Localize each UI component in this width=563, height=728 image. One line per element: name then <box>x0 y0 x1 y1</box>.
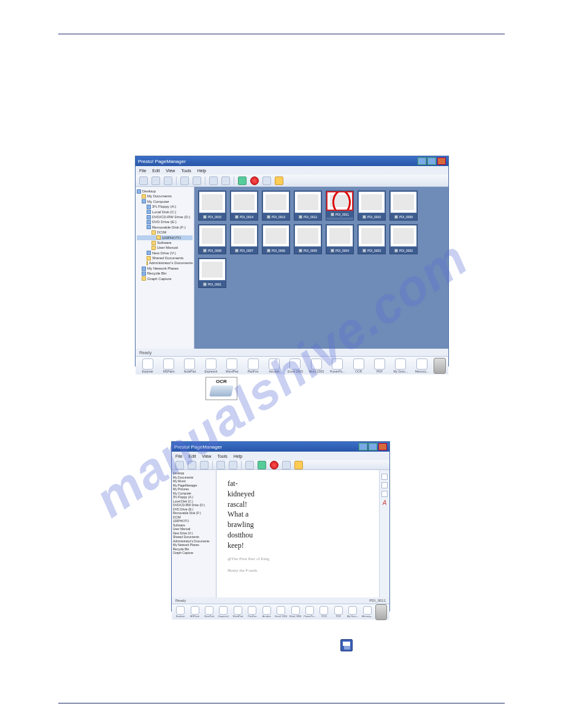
tree-node[interactable]: User Manual <box>137 245 193 250</box>
zoom-out-icon[interactable] <box>229 461 237 469</box>
thumbnail[interactable]: PDI_0010 <box>358 191 386 221</box>
app-button[interactable]: Explorer <box>174 606 186 618</box>
app-button[interactable]: NotePad <box>180 358 199 373</box>
close-button[interactable] <box>437 157 446 165</box>
rotate-icon[interactable] <box>245 461 254 469</box>
minimize-button[interactable] <box>418 157 426 165</box>
menu-tools[interactable]: Tools <box>217 454 227 458</box>
app-button[interactable]: PDF <box>370 358 389 373</box>
tree-node[interactable]: Graph Capture <box>173 551 215 555</box>
thumbnail[interactable]: PDI_0012 <box>294 191 322 221</box>
tree-node[interactable]: Removable Disk (F:) <box>137 225 193 230</box>
app-button[interactable]: MSPaint <box>159 358 178 373</box>
tree-node[interactable]: DVD/CD-RW Drive (D:) <box>137 214 193 219</box>
app-button[interactable]: Word 2003 <box>307 358 326 373</box>
minimize-button[interactable] <box>359 443 367 450</box>
app-button[interactable]: PDF <box>332 606 345 618</box>
acquire-icon[interactable] <box>164 176 172 185</box>
thumbnail[interactable]: PDI_0013 <box>262 191 290 221</box>
menu-help[interactable]: Help <box>234 454 242 458</box>
flip-icon[interactable] <box>221 176 230 185</box>
scan-icon[interactable] <box>188 461 196 469</box>
record-icon[interactable] <box>270 461 278 469</box>
scan-icon[interactable] <box>151 176 160 185</box>
trash-icon[interactable] <box>375 604 387 620</box>
zoom-out-icon[interactable] <box>193 176 201 185</box>
zoom-in-icon[interactable] <box>180 176 189 185</box>
trash-icon[interactable] <box>434 358 446 374</box>
thumbnail[interactable]: PDI_0004 <box>326 224 354 254</box>
app-button[interactable]: My Docu... <box>391 358 410 373</box>
app-button[interactable]: My Docu... <box>347 606 359 618</box>
tree-node[interactable]: 3½ Floppy (A:) <box>137 204 193 209</box>
print-icon[interactable] <box>282 461 291 469</box>
app-button[interactable]: Word 2003 <box>289 606 301 618</box>
app-button[interactable]: Explorer <box>138 358 157 373</box>
app-button[interactable]: ExpressIt <box>217 606 229 618</box>
tree-node[interactable]: Software <box>137 240 193 245</box>
tree-node[interactable]: DVD Drive (E:) <box>137 219 193 224</box>
app-button[interactable]: Excel 2003 <box>275 606 287 618</box>
app-button[interactable]: PowerPo... <box>328 358 347 373</box>
thumbnail[interactable]: PDI_0007 <box>230 224 258 254</box>
folder-tree[interactable]: DesktopMy DocumentsMy MusicMy PageManage… <box>172 470 216 597</box>
app-button[interactable]: PartFun <box>243 358 262 373</box>
app-button[interactable]: OCR <box>349 358 368 373</box>
hand-tool-icon[interactable] <box>381 491 388 497</box>
thumbnail[interactable]: PDI_0015 <box>198 191 226 221</box>
folder-tree[interactable]: DesktopMy DocumentsMy Computer3½ Floppy … <box>136 187 194 349</box>
tree-node[interactable]: My Computer <box>137 199 193 204</box>
print-icon[interactable] <box>262 176 271 185</box>
app-button[interactable]: WordPad <box>223 358 242 373</box>
thumbnail[interactable]: PDI_0003 <box>358 224 386 254</box>
menu-edit[interactable]: Edit <box>188 454 196 458</box>
thumbnail[interactable]: PDI_0006 <box>262 224 290 254</box>
menu-view[interactable]: View <box>166 169 175 173</box>
app-button[interactable]: PowerPo... <box>304 606 316 618</box>
menu-edit[interactable]: Edit <box>152 169 159 173</box>
tree-node[interactable]: Desktop <box>137 189 193 194</box>
thumbnail[interactable]: PDI_0001 <box>198 258 226 288</box>
app-button[interactable]: NotePad <box>203 606 215 618</box>
select-tool-icon[interactable] <box>381 482 388 488</box>
tree-node[interactable]: Graph Capture <box>137 276 193 281</box>
record-icon[interactable] <box>250 176 259 185</box>
thumbnail[interactable]: PDI_0009 <box>389 191 418 221</box>
menu-file[interactable]: File <box>139 169 146 173</box>
app-button[interactable]: ExpressIt <box>201 358 220 373</box>
menu-tools[interactable]: Tools <box>181 169 191 173</box>
arrow-tool-icon[interactable] <box>381 474 388 480</box>
acquire-icon[interactable] <box>200 461 209 469</box>
maximize-button[interactable] <box>427 157 436 165</box>
tree-node[interactable]: Administrator's Documents <box>137 260 193 265</box>
save-icon[interactable] <box>139 176 148 185</box>
tree-node[interactable]: Recycle Bin <box>137 271 193 276</box>
zoom-in-icon[interactable] <box>216 461 225 469</box>
app-button[interactable]: Memory... <box>412 358 431 373</box>
thumbnail[interactable]: PDI_0002 <box>389 224 418 254</box>
thumbnail[interactable]: PDI_0014 <box>230 191 258 221</box>
maximize-button[interactable] <box>369 443 377 450</box>
tree-node[interactable]: 100PHOTO <box>137 235 193 240</box>
app-button[interactable]: MSPaint <box>188 606 201 618</box>
tree-node[interactable]: New Drive (V:) <box>137 251 193 256</box>
help-icon[interactable] <box>294 461 303 469</box>
close-button[interactable] <box>378 443 387 450</box>
thumbnail[interactable]: PDI_0005 <box>294 224 322 254</box>
thumbnail[interactable]: PDI_0008 <box>198 224 226 254</box>
tree-node[interactable]: Shared Documents <box>137 256 193 260</box>
app-button[interactable]: Memory... <box>361 606 373 618</box>
app-button[interactable]: WordPad <box>232 606 244 618</box>
text-tool-icon[interactable]: A <box>382 499 387 506</box>
export-icon[interactable] <box>258 461 266 469</box>
save-icon[interactable] <box>175 461 184 469</box>
tree-node[interactable]: Local Disk (C:) <box>137 210 193 214</box>
tree-node[interactable]: DCIM <box>137 230 193 235</box>
app-button[interactable]: PartFun <box>246 606 258 618</box>
menu-file[interactable]: File <box>175 454 182 458</box>
app-button[interactable]: Excel 2003 <box>286 358 305 373</box>
app-button[interactable]: OCR <box>318 606 330 618</box>
menu-view[interactable]: View <box>202 454 211 458</box>
app-button[interactable]: Acrobat <box>261 606 273 618</box>
menu-help[interactable]: Help <box>197 169 206 173</box>
